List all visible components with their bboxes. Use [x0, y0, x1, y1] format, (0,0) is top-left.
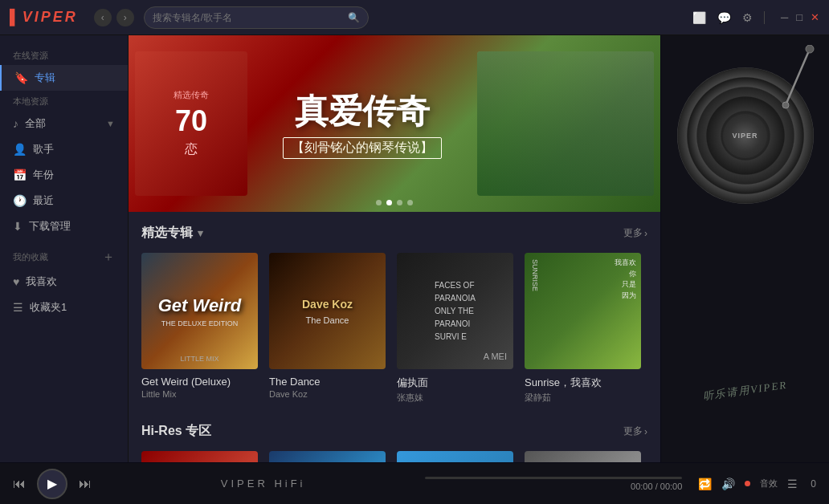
sidebar-item-artist-label: 歌手	[33, 142, 54, 156]
album-artist-sunrise: 梁静茹	[525, 392, 641, 404]
album-cover-text-sunrise: 我喜欢你只是因为 SUNRISE	[525, 253, 641, 369]
repeat-button[interactable]: 🔁	[698, 478, 712, 490]
sidebar-item-albums[interactable]: 🔖 专辑	[0, 65, 128, 91]
hires-album-card-3[interactable]	[397, 451, 513, 462]
sidebar-item-artist[interactable]: 👤 歌手	[0, 136, 128, 162]
next-track-button[interactable]: ⏭	[79, 477, 92, 491]
logo-text: VIPER	[22, 9, 78, 25]
banner-dot-3[interactable]	[397, 200, 402, 205]
hires-section-title: Hi-Res 专区	[141, 423, 211, 440]
bookmark-icon: 🔖	[14, 71, 28, 84]
nav-forward-button[interactable]: ›	[116, 9, 134, 26]
sidebar-item-albums-label: 专辑	[35, 71, 55, 85]
album-cover-text-get-weird: Get Weird THE DELUXE EDITION LITTLE MIX	[141, 253, 258, 369]
monitor-icon[interactable]: ⬜	[692, 11, 706, 24]
album-card-get-weird[interactable]: Get Weird THE DELUXE EDITION LITTLE MIX …	[141, 253, 258, 404]
featured-more-button[interactable]: 更多 ›	[623, 226, 647, 240]
album-cover-get-weird: Get Weird THE DELUXE EDITION LITTLE MIX	[141, 253, 258, 369]
maximize-button[interactable]: □	[796, 11, 802, 23]
person-icon: 👤	[13, 143, 27, 156]
album-name-get-weird: Get Weird (Deluxe)	[141, 376, 258, 388]
add-collection-button[interactable]: ＋	[102, 249, 115, 266]
titlebar-right: ⬜ 💬 ⚙ ─ □ ✕	[692, 11, 819, 24]
hires-album-card-4[interactable]	[525, 451, 641, 462]
sidebar-item-recent[interactable]: 🕐 最近	[0, 188, 128, 213]
chat-icon[interactable]: 💬	[717, 11, 731, 24]
settings-icon[interactable]: ⚙	[742, 11, 753, 24]
album-card-paranoia[interactable]: FACES OFPARANOIAONLY THEPARANOISURVI E A…	[397, 253, 513, 404]
sidebar-item-all-label: 全部	[25, 116, 46, 131]
hires-more-button[interactable]: 更多 ›	[623, 425, 647, 438]
featured-more-arrow: ›	[644, 228, 647, 239]
banner-left-label1: 精选传奇	[174, 89, 209, 101]
svg-point-2	[782, 102, 789, 108]
search-bar[interactable]: 🔍	[144, 6, 369, 29]
hires-cover-4	[525, 451, 641, 462]
volume-button[interactable]: 🔊	[721, 478, 735, 490]
banner-dots	[376, 200, 413, 205]
sidebar-item-year-label: 年份	[33, 168, 54, 182]
window-controls: ─ □ ✕	[781, 11, 819, 23]
album-artist-the-dance: Dave Koz	[269, 389, 386, 399]
player-controls: ⏮ ▶ ⏭	[13, 469, 92, 499]
album-card-sunrise[interactable]: 我喜欢你只是因为 SUNRISE Sunrise，我喜欢 梁静茹	[525, 253, 641, 404]
banner-right-image	[477, 51, 654, 196]
sidebar-item-all[interactable]: ♪ 全部 ▼	[0, 111, 128, 136]
the-dance-cover-title: The Dance	[306, 315, 349, 325]
featured-more-text: 更多	[623, 226, 643, 240]
audio-effect-dot	[745, 481, 750, 486]
titlebar: ▌VIPER ‹ › 🔍 ⬜ 💬 ⚙ ─ □ ✕	[0, 0, 829, 35]
sidebar-item-download[interactable]: ⬇ 下载管理	[0, 213, 128, 239]
sidebar-item-recent-label: 最近	[33, 193, 54, 208]
search-input[interactable]	[153, 12, 343, 23]
hires-section-header: Hi-Res 专区 更多 ›	[141, 423, 647, 440]
tonearm-icon	[770, 45, 818, 117]
close-button[interactable]: ✕	[811, 11, 819, 23]
sidebar-item-folder1[interactable]: ☰ 收藏夹1	[0, 295, 128, 320]
paranoia-cover-text: FACES OFPARANOIAONLY THEPARANOISURVI E	[430, 274, 480, 348]
get-weird-cover-title: Get Weird	[158, 295, 242, 316]
bottom-player: ⏮ ▶ ⏭ VIPER HiFi 00:00 / 00:00 🔁 🔊 音效 ☰ …	[0, 462, 829, 504]
main-area: 在线资源 🔖 专辑 本地资源 ♪ 全部 ▼ 👤 歌手 📅 年份 🕐 最近 ⬇ 下…	[0, 35, 829, 462]
minimize-button[interactable]: ─	[781, 11, 788, 23]
dave-koz-cover-name: Dave Koz	[302, 298, 353, 311]
prev-track-button[interactable]: ⏮	[13, 477, 26, 491]
hires-album-card-1[interactable]	[141, 451, 258, 462]
banner[interactable]: 精选传奇 70 恋 真爱传奇 【刻骨铭心的钢琴传说】	[129, 35, 660, 212]
featured-chevron-icon: ▾	[198, 227, 203, 239]
svg-point-1	[806, 45, 814, 53]
logo-v: ▌	[10, 9, 22, 25]
sidebar-item-favorites[interactable]: ♥ 我喜欢	[0, 269, 128, 295]
banner-dot-4[interactable]	[407, 200, 413, 205]
volume-number: 0	[811, 478, 816, 490]
hires-more-text: 更多	[623, 425, 643, 438]
album-cover-the-dance: Dave Koz The Dance	[269, 253, 386, 369]
sidebar-collection-section: 我的收藏 ＋	[0, 239, 128, 269]
album-name-the-dance: The Dance	[269, 376, 386, 388]
album-name-paranoia: 偏执面	[397, 376, 513, 390]
banner-dot-1[interactable]	[376, 200, 382, 205]
search-icon: 🔍	[348, 12, 360, 23]
viper-handwriting: 听乐请用VIPER	[669, 373, 822, 408]
time-display: 00:00 / 00:00	[425, 482, 682, 491]
list-icon: ☰	[13, 301, 23, 314]
sidebar-item-favorites-label: 我喜欢	[26, 274, 57, 289]
banner-left-card: 精选传奇 70 恋	[135, 51, 247, 196]
get-weird-cover-sub: THE DELUXE EDITION	[161, 319, 239, 327]
vinyl-player-panel: VIPER 听乐请用VIPER	[660, 35, 829, 462]
album-card-the-dance[interactable]: Dave Koz The Dance The Dance Dave Koz	[269, 253, 386, 404]
hires-title-text: Hi-Res 专区	[141, 423, 211, 440]
banner-dot-2[interactable]	[386, 200, 392, 205]
heart-icon: ♥	[13, 275, 19, 288]
progress-bar[interactable]	[425, 477, 682, 479]
sidebar-item-year[interactable]: 📅 年份	[0, 162, 128, 188]
hires-album-card-2[interactable]	[269, 451, 386, 462]
nav-back-button[interactable]: ‹	[94, 9, 112, 26]
nav-arrows: ‹ ›	[94, 9, 134, 26]
playlist-button[interactable]: ☰	[787, 478, 798, 490]
play-pause-button[interactable]: ▶	[37, 469, 67, 499]
sidebar: 在线资源 🔖 专辑 本地资源 ♪ 全部 ▼ 👤 歌手 📅 年份 🕐 最近 ⬇ 下…	[0, 35, 129, 462]
banner-main-title: 真爱传奇	[295, 89, 430, 134]
sidebar-local-section-label: 本地资源	[0, 91, 128, 111]
album-name-sunrise: Sunrise，我喜欢	[525, 376, 641, 390]
